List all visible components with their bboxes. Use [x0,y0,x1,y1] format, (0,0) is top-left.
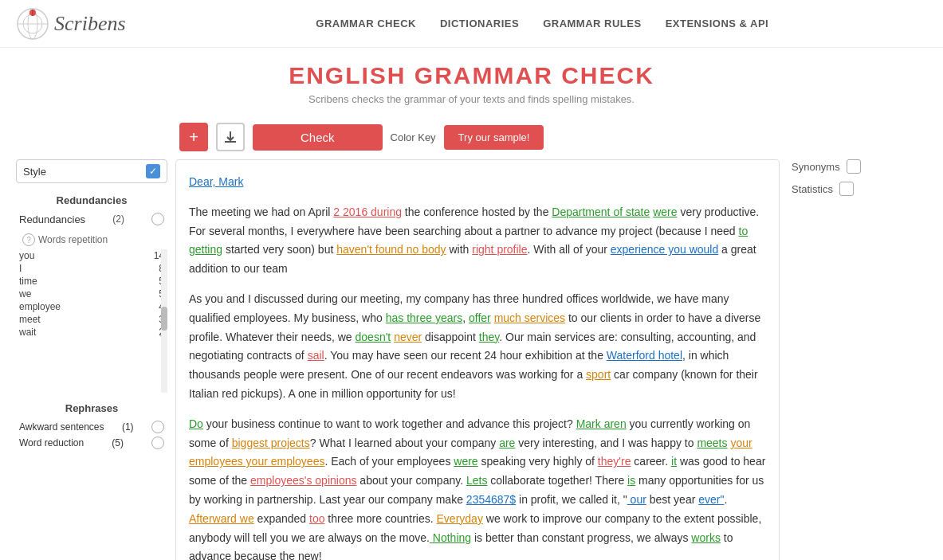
err-dept: Department of state [552,206,650,218]
scrollbar-track [161,249,167,393]
redundancies-count: (2) [112,213,124,225]
err-three-years: has three years [386,311,463,324]
err-doesnt: doesn't [356,331,391,343]
words-list-container: you14 I8 time5 we5 employee4 meet3 [16,249,167,393]
err-sail: sail [308,349,324,362]
sidebar-right: Synonyms Statistics [788,159,927,560]
nav-links: GRAMMAR CHECK DICTIONARIES GRAMMAR RULES… [158,18,927,29]
err-do: Do [189,417,203,430]
err-date: 2 2016 during [333,206,402,218]
redundancies-row: Redundancies (2) [16,211,167,227]
greeting-err: Dear, Mark [189,175,243,188]
text-content-area[interactable]: Dear, Mark The meeting we had on April 2… [175,159,780,560]
err-were: were [454,455,477,468]
err-nothing: Nothing [430,531,471,544]
redundancies-title: Redundancies [16,194,167,206]
list-item: wait2 [19,326,164,339]
word-wait: wait [19,327,36,338]
err-body: haven't found no body [336,243,446,256]
err-works: works [691,531,721,544]
awkward-count: (1) [122,421,134,433]
word-reduction-radio[interactable] [151,437,164,449]
hero-title-plain: ENGLISH [289,62,415,88]
err-it: it [671,455,677,468]
err-much: much services [494,311,565,324]
synonyms-checkbox[interactable] [847,159,861,174]
err-our: our [627,493,646,506]
list-item: meet3 [19,313,164,326]
paragraph-3: Do your business continue to want to wor… [189,415,766,560]
nav-grammar-check[interactable]: GRAMMAR CHECK [316,18,416,29]
paragraph-2: As you and I discussed during our meetin… [189,290,766,404]
add-button[interactable]: + [179,123,208,151]
redundancies-label: Redundancies [19,213,85,225]
rephrases-title: Rephrases [16,402,167,414]
err-too: too [309,512,324,525]
word-time: time [19,276,37,287]
word-we: we [19,288,31,300]
err-everyday: Everyday [437,512,483,525]
nav-dictionaries[interactable]: DICTIONARIES [440,18,519,29]
err-is: is [627,474,635,487]
synonyms-option: Synonyms [792,159,927,174]
statistics-option: Statistics [792,182,927,196]
style-label: Style [23,166,46,178]
err-profile: right profile [472,243,527,256]
main-layout: Style ✓ Redundancies Redundancies (2) ? … [0,159,943,560]
sample-button[interactable]: Try our sample! [444,125,544,150]
err-waterford: Waterford hotel [607,349,682,362]
redundancies-radio[interactable] [151,213,164,225]
words-repetition-label: Words repetition [38,234,108,245]
list-item: you14 [19,249,164,262]
scrollbar-thumb[interactable] [161,307,167,331]
hero-title-highlight: GRAMMAR CHECK [415,62,654,88]
statistics-checkbox[interactable] [839,182,854,196]
color-key-button[interactable]: Color Key [391,131,436,143]
info-icon[interactable]: ? [22,233,35,246]
download-button[interactable] [216,123,245,151]
err-amount: 2354687$ [466,493,516,506]
list-item: I8 [19,262,164,275]
hero-subtitle: Scribens checks the grammar of your text… [0,93,943,105]
download-icon [223,130,238,144]
word-employee: employee [19,301,61,312]
awkward-radio[interactable] [151,421,164,433]
hero-section: ENGLISH GRAMMAR CHECK Scribens checks th… [0,48,943,115]
toolbar: + Check Color Key Try our sample! [0,115,943,159]
word-reduction-row: Word reduction (5) [16,435,167,451]
err-never: never [394,331,422,343]
list-item: time5 [19,275,164,288]
check-button[interactable]: Check [253,124,383,151]
word-reduction-label: Word reduction [19,437,84,448]
err-sport: sport [586,368,611,381]
word-list: you14 I8 time5 we5 employee4 meet3 [16,249,167,339]
nav-grammar-rules[interactable]: GRAMMAR RULES [543,18,642,29]
sidebar-left: Style ✓ Redundancies Redundancies (2) ? … [16,159,167,560]
err-ever: ever" [698,493,724,506]
err-mark-aren: Mark aren [576,417,627,430]
statistics-label: Statistics [792,183,833,195]
err-they: they [479,331,499,343]
paragraph-1: The meeting we had on April 2 2016 durin… [189,203,766,279]
logo[interactable]: Scribens [16,7,126,41]
err-experience: experience you would [611,243,718,256]
word-meet: meet [19,314,41,325]
hero-title: ENGLISH GRAMMAR CHECK [0,62,943,89]
words-repetition-title: ? Words repetition [19,233,164,246]
awkward-sentences-row: Awkward sentences (1) [16,419,167,435]
style-selector[interactable]: Style ✓ [16,159,167,183]
err-offer: offer [469,311,491,324]
nav-extensions[interactable]: EXTENSIONS & API [666,18,769,29]
err-afterward: Afterward we [189,512,254,525]
list-item: employee4 [19,300,164,313]
err-biggest: biggest projects [232,437,310,449]
err-are: are [499,437,515,449]
logo-icon [16,7,49,41]
err-were: were [653,206,677,218]
greeting-line: Dear, Mark [189,173,766,192]
err-employees-opinions: employees's opinions [250,474,356,487]
err-lets: Lets [466,474,487,487]
logo-text: Scribens [54,12,126,36]
word-reduction-count: (5) [112,437,124,448]
err-meets: meets [697,437,727,449]
